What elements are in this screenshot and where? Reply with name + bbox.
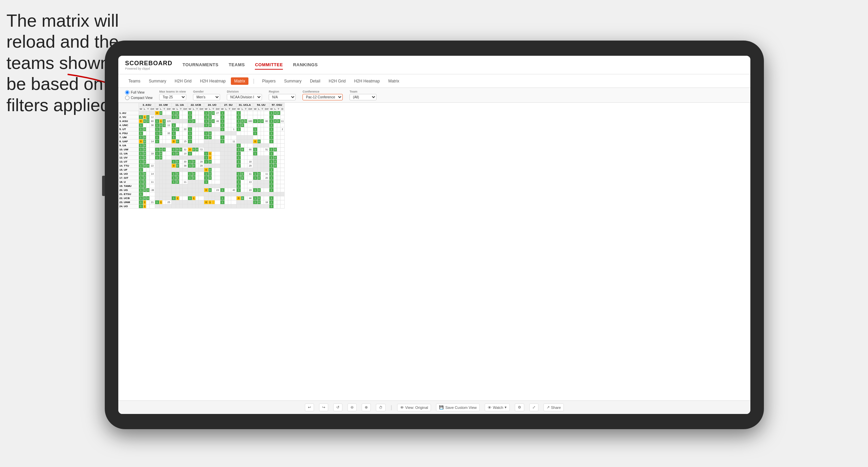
matrix-cell[interactable] [241, 131, 244, 136]
matrix-cell[interactable] [183, 123, 188, 127]
matrix-cell[interactable] [224, 123, 228, 127]
watch-button[interactable]: 👁 Watch ▾ [485, 403, 510, 411]
matrix-cell[interactable]: 0 [163, 148, 166, 152]
matrix-cell[interactable] [241, 164, 244, 168]
matrix-cell[interactable]: 1 [139, 144, 143, 148]
matrix-cell[interactable] [204, 192, 209, 196]
sub-nav-detail[interactable]: Detail [307, 77, 324, 85]
matrix-cell[interactable] [257, 160, 261, 164]
matrix-cell[interactable] [166, 144, 172, 148]
matrix-cell[interactable]: 0 [208, 176, 212, 180]
matrix-cell[interactable]: 1 [204, 176, 209, 180]
matrix-cell[interactable]: 0 [273, 164, 277, 168]
matrix-cell[interactable]: 0 [241, 119, 244, 123]
matrix-cell[interactable]: 1 [139, 164, 143, 168]
matrix-cell[interactable] [228, 144, 231, 148]
matrix-cell[interactable]: 0 [241, 123, 244, 127]
matrix-cell[interactable]: 1 [172, 172, 176, 176]
matrix-cell[interactable] [253, 115, 258, 119]
matrix-cell[interactable] [277, 140, 280, 144]
matrix-cell[interactable] [244, 115, 247, 119]
matrix-cell[interactable] [188, 123, 192, 127]
matrix-cell[interactable]: 18 [150, 152, 155, 156]
matrix-cell[interactable] [192, 140, 195, 144]
matrix-cell[interactable] [215, 127, 220, 131]
matrix-cell[interactable] [204, 127, 209, 131]
matrix-cell[interactable] [159, 172, 163, 176]
matrix-cell[interactable] [163, 111, 166, 115]
matrix-cell[interactable] [163, 176, 166, 180]
matrix-cell[interactable]: 1 [204, 172, 209, 176]
matrix-cell[interactable]: 1 [172, 160, 176, 164]
matrix-cell[interactable]: 1 [172, 136, 176, 140]
matrix-cell[interactable] [199, 115, 204, 119]
matrix-cell[interactable]: 1 [159, 200, 163, 204]
matrix-cell[interactable]: 18 [264, 200, 269, 204]
matrix-cell[interactable]: 0 [192, 176, 195, 180]
matrix-cell[interactable] [220, 184, 225, 188]
matrix-cell[interactable] [215, 172, 220, 176]
matrix-cell[interactable] [195, 184, 199, 188]
matrix-cell[interactable] [183, 172, 188, 176]
matrix-cell[interactable]: 0 [273, 160, 277, 164]
matrix-cell[interactable] [199, 140, 204, 144]
matrix-cell[interactable]: 1 [237, 180, 241, 184]
matrix-cell[interactable] [244, 148, 247, 152]
matrix-cell[interactable] [176, 131, 179, 136]
matrix-cell[interactable] [241, 184, 244, 188]
matrix-cell[interactable] [146, 172, 150, 176]
matrix-cell[interactable]: 1 [237, 148, 241, 152]
matrix-cell[interactable] [195, 164, 199, 168]
matrix-cell[interactable]: 1 [143, 204, 146, 208]
matrix-cell[interactable] [192, 192, 195, 196]
matrix-cell[interactable] [159, 188, 163, 192]
nav-item-committee[interactable]: COMMITTEE [255, 60, 283, 70]
matrix-cell[interactable] [261, 148, 264, 152]
matrix-cell[interactable] [172, 144, 176, 148]
matrix-cell[interactable]: 35 [166, 131, 172, 136]
matrix-cell[interactable] [176, 168, 179, 172]
view-original-button[interactable]: 👁 View: Original [397, 404, 431, 411]
matrix-cell[interactable]: 1 [188, 115, 192, 119]
matrix-cell[interactable] [179, 168, 183, 172]
matrix-cell[interactable]: 1 [253, 152, 258, 156]
matrix-cell[interactable]: 1 [139, 188, 143, 192]
matrix-cell[interactable] [150, 204, 155, 208]
matrix-cell[interactable] [195, 156, 199, 160]
matrix-cell[interactable] [241, 192, 244, 196]
matrix-cell[interactable] [231, 204, 237, 208]
matrix-cell[interactable] [199, 200, 204, 204]
matrix-cell[interactable] [241, 180, 244, 184]
matrix-cell[interactable]: 160 [247, 119, 253, 123]
matrix-cell[interactable] [150, 184, 155, 188]
matrix-cell[interactable]: 1 [204, 119, 209, 123]
matrix-cell[interactable] [192, 131, 195, 136]
matrix-cell[interactable] [212, 140, 215, 144]
matrix-cell[interactable] [208, 164, 212, 168]
matrix-cell[interactable] [273, 192, 277, 196]
matrix-cell[interactable] [195, 192, 199, 196]
matrix-cell[interactable] [172, 119, 176, 123]
matrix-cell[interactable] [280, 164, 285, 168]
matrix-cell[interactable] [237, 131, 241, 136]
matrix-cell[interactable] [264, 152, 269, 156]
matrix-cell[interactable] [179, 111, 183, 115]
matrix-cell[interactable] [257, 111, 261, 115]
matrix-cell[interactable]: 0 [146, 119, 150, 123]
matrix-cell[interactable] [273, 127, 277, 131]
expand-button[interactable]: ⤢ [529, 403, 538, 411]
matrix-cell[interactable]: 1 [139, 152, 143, 156]
matrix-cell[interactable]: 0 [208, 160, 212, 164]
matrix-cell[interactable] [146, 156, 150, 160]
matrix-cell[interactable]: 0 [143, 188, 146, 192]
matrix-cell[interactable]: 0 [159, 123, 163, 127]
matrix-cell[interactable]: 0 [241, 176, 244, 180]
matrix-cell[interactable] [172, 200, 176, 204]
matrix-cell[interactable] [146, 111, 150, 115]
matrix-cell[interactable]: 0 [208, 111, 212, 115]
matrix-cell[interactable]: 0 [163, 119, 166, 123]
matrix-cell[interactable]: 1 [204, 115, 209, 119]
matrix-cell[interactable] [228, 123, 231, 127]
matrix-cell[interactable] [212, 115, 215, 119]
matrix-cell[interactable] [163, 127, 166, 131]
